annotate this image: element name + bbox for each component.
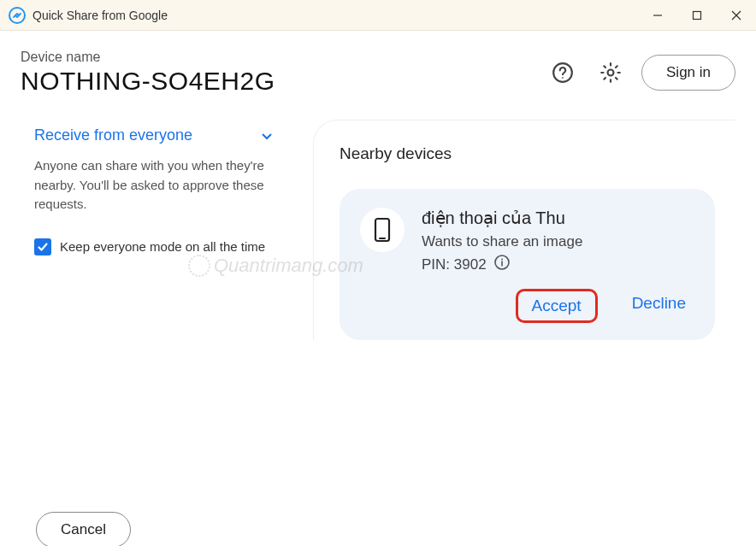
- keep-mode-label: Keep everyone mode on all the time: [60, 239, 265, 254]
- window-controls: [638, 0, 756, 30]
- incoming-share-card: điện thoại của Thu Wants to share an ima…: [340, 189, 715, 340]
- sender-name: điện thoại của Thu: [422, 208, 694, 228]
- quick-share-icon: [9, 7, 26, 24]
- minimize-button[interactable]: [638, 0, 677, 30]
- settings-gear-icon[interactable]: [594, 56, 628, 90]
- pin-row: PIN: 3902: [422, 254, 694, 275]
- right-panel: Nearby devices điện thoại của Thu Wants …: [313, 120, 735, 340]
- svg-rect-1: [694, 11, 701, 19]
- decline-button[interactable]: Decline: [623, 289, 694, 323]
- phone-icon: [360, 208, 405, 252]
- device-name-block: Device name NOTHING-SO4EH2G: [21, 50, 275, 96]
- titlebar: Quick Share from Google: [0, 0, 756, 31]
- window-title: Quick Share from Google: [32, 9, 638, 22]
- keep-mode-row[interactable]: Keep everyone mode on all the time: [34, 238, 272, 255]
- close-button[interactable]: [717, 0, 756, 30]
- svg-point-10: [501, 259, 503, 261]
- header-actions: Sign in: [546, 55, 735, 91]
- chevron-down-icon: [262, 128, 272, 144]
- sign-in-button[interactable]: Sign in: [641, 55, 735, 91]
- help-icon[interactable]: [546, 56, 580, 90]
- accept-button[interactable]: Accept: [516, 289, 598, 323]
- device-name: NOTHING-SO4EH2G: [21, 67, 275, 96]
- footer: Cancel: [36, 512, 131, 546]
- device-name-label: Device name: [21, 50, 275, 65]
- nearby-devices-title: Nearby devices: [340, 144, 715, 163]
- left-panel: Receive from everyone Anyone can share w…: [21, 120, 286, 340]
- svg-point-6: [608, 70, 614, 76]
- content-area: Device name NOTHING-SO4EH2G Sign in: [0, 31, 756, 546]
- pin-label: PIN: 3902: [422, 256, 487, 273]
- receive-mode-label: Receive from everyone: [34, 126, 192, 144]
- device-meta: điện thoại của Thu Wants to share an ima…: [422, 208, 694, 275]
- share-message: Wants to share an image: [422, 233, 694, 250]
- info-icon[interactable]: [493, 254, 511, 275]
- maximize-button[interactable]: [677, 0, 717, 30]
- receive-mode-dropdown[interactable]: Receive from everyone: [34, 126, 272, 144]
- svg-point-5: [562, 77, 564, 79]
- receive-mode-description: Anyone can share with you when they're n…: [34, 156, 272, 214]
- keep-mode-checkbox[interactable]: [34, 238, 51, 255]
- card-actions: Accept Decline: [360, 289, 694, 323]
- main-area: Receive from everyone Anyone can share w…: [21, 120, 735, 340]
- header-row: Device name NOTHING-SO4EH2G Sign in: [21, 50, 735, 96]
- cancel-button[interactable]: Cancel: [36, 512, 131, 546]
